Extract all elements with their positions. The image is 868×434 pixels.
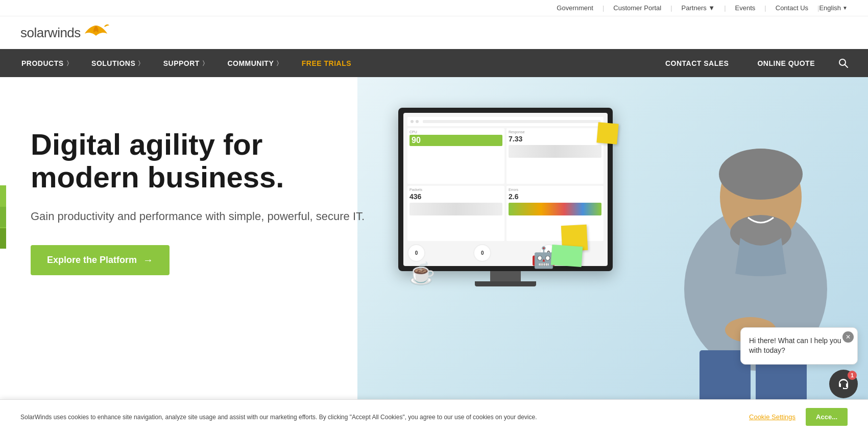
separator-4: | bbox=[764, 4, 766, 12]
logo-text: solarwinds bbox=[20, 25, 81, 41]
events-link[interactable]: Events bbox=[735, 4, 756, 12]
partners-link[interactable]: Partners ▼ bbox=[682, 4, 715, 12]
svg-point-4 bbox=[719, 149, 803, 200]
site-header: solarwinds bbox=[0, 16, 868, 49]
language-selector[interactable]: English ▼ bbox=[819, 4, 848, 12]
separator-3: | bbox=[724, 4, 726, 12]
products-nav-item[interactable]: PRODUCTS 〉 bbox=[10, 49, 80, 77]
support-chevron-icon: 〉 bbox=[203, 60, 205, 66]
chat-open-button[interactable]: 1 bbox=[829, 370, 858, 398]
contact-sales-button[interactable]: CONTACT SALES bbox=[651, 49, 743, 77]
government-link[interactable]: Government bbox=[557, 4, 593, 12]
online-quote-button[interactable]: ONLINE QUOTE bbox=[743, 49, 829, 77]
side-tab-3[interactable] bbox=[0, 228, 6, 249]
free-trials-nav-item[interactable]: FREE TRIALS bbox=[291, 49, 363, 77]
top-utility-bar: Government | Customer Portal | Partners … bbox=[0, 0, 868, 16]
community-chevron-icon: 〉 bbox=[277, 60, 279, 66]
contact-us-link[interactable]: Contact Us bbox=[776, 4, 808, 12]
chat-widget: Hi there! What can I help you with today… bbox=[740, 327, 858, 398]
logo-bird-icon bbox=[83, 23, 109, 42]
chat-bubble: Hi there! What can I help you with today… bbox=[740, 327, 858, 365]
cta-arrow-icon: → bbox=[143, 254, 153, 266]
main-navigation: PRODUCTS 〉 SOLUTIONS 〉 SUPPORT 〉 COMMUNI… bbox=[0, 49, 868, 77]
community-nav-item[interactable]: COMMUNITY 〉 bbox=[216, 49, 290, 77]
chat-bubble-container: Hi there! What can I help you with today… bbox=[740, 327, 858, 365]
products-chevron-icon: 〉 bbox=[67, 60, 69, 66]
nav-right-group: CONTACT SALES ONLINE QUOTE bbox=[651, 49, 858, 77]
hero-section: CPU 90 Response 7.33 Packets 436 bbox=[0, 77, 868, 401]
side-tab-1[interactable] bbox=[0, 185, 6, 206]
search-button[interactable] bbox=[829, 49, 858, 77]
solutions-nav-item[interactable]: SOLUTIONS 〉 bbox=[80, 49, 152, 77]
headset-icon bbox=[836, 377, 851, 391]
separator-2: | bbox=[670, 4, 672, 12]
logo-link[interactable]: solarwinds bbox=[20, 23, 109, 42]
language-chevron-icon: ▼ bbox=[842, 5, 848, 11]
hero-content: Digital agility for modern business. Gai… bbox=[31, 128, 365, 275]
svg-line-1 bbox=[845, 64, 848, 67]
side-tab-bar bbox=[0, 185, 6, 249]
explore-platform-button[interactable]: Explore the Platform → bbox=[31, 245, 170, 275]
hero-subtitle: Gain productivity and performance with s… bbox=[31, 208, 365, 225]
coffee-mug: ☕ bbox=[408, 261, 435, 286]
hero-title: Digital agility for modern business. bbox=[31, 128, 365, 194]
solutions-chevron-icon: 〉 bbox=[138, 60, 141, 66]
partners-chevron-icon: ▼ bbox=[708, 4, 715, 12]
support-nav-item[interactable]: SUPPORT 〉 bbox=[152, 49, 216, 77]
nav-left-group: PRODUCTS 〉 SOLUTIONS 〉 SUPPORT 〉 COMMUNI… bbox=[10, 49, 651, 77]
customer-portal-link[interactable]: Customer Portal bbox=[613, 4, 661, 12]
separator-1: | bbox=[602, 4, 604, 12]
search-icon bbox=[838, 58, 849, 68]
cookie-banner: SolarWinds uses cookies to enhance site … bbox=[0, 399, 868, 401]
chat-close-button[interactable]: ✕ bbox=[842, 331, 854, 343]
side-tab-2[interactable] bbox=[0, 207, 6, 227]
chat-notification-badge: 1 bbox=[848, 371, 857, 380]
